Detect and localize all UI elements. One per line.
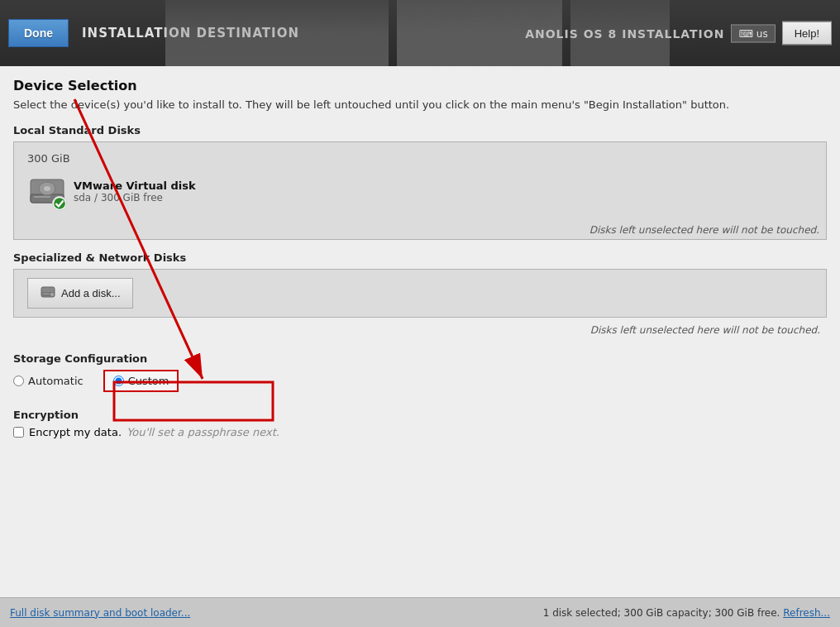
encrypt-checkbox[interactable]: [13, 427, 24, 438]
storage-radio-group: Automatic Custom: [13, 370, 827, 392]
disk-icon: [27, 171, 67, 211]
footer: Full disk summary and boot loader... 1 d…: [0, 597, 840, 627]
disk-path: sda / 300 GiB free: [74, 192, 196, 203]
language-badge[interactable]: ⌨ us: [731, 24, 775, 42]
local-disks-hint: Disks left unselected here will not be t…: [14, 221, 826, 239]
refresh-link[interactable]: Refresh...: [783, 607, 830, 619]
svg-rect-10: [43, 294, 50, 295]
disk-size: 300 GiB: [27, 152, 70, 165]
main-content: Device Selection Select the device(s) yo…: [0, 66, 840, 597]
add-disk-icon: [40, 284, 56, 303]
disk-name: VMware Virtual disk: [74, 179, 196, 192]
automatic-radio[interactable]: [13, 376, 24, 386]
local-disks-panel: 300 GiB: [13, 141, 827, 240]
disk-item[interactable]: 300 GiB: [14, 142, 826, 221]
svg-point-6: [54, 198, 65, 209]
selected-checkmark: [52, 196, 67, 211]
local-disks-label: Local Standard Disks: [13, 124, 827, 136]
encrypt-checkbox-row: Encrypt my data. You'll set a passphrase…: [13, 426, 827, 438]
header-right: ANOLIS OS 8 INSTALLATION ⌨ us Help!: [525, 22, 832, 45]
custom-option[interactable]: Custom: [103, 370, 179, 392]
encryption-label: Encryption: [13, 409, 827, 421]
automatic-option[interactable]: Automatic: [13, 375, 84, 387]
encrypt-label: Encrypt my data.: [29, 426, 122, 438]
specialized-hint: Disks left unselected here will not be t…: [13, 321, 827, 339]
header: Done INSTALLATION DESTINATION ANOLIS OS …: [0, 0, 840, 66]
disk-icon-row: VMware Virtual disk sda / 300 GiB free: [27, 171, 196, 211]
footer-status-text: 1 disk selected; 300 GiB capacity; 300 G…: [543, 607, 780, 619]
page-subtitle: Select the device(s) you'd like to insta…: [13, 98, 827, 111]
automatic-label: Automatic: [28, 375, 84, 387]
app-title: ANOLIS OS 8 INSTALLATION: [525, 26, 724, 40]
custom-label: Custom: [128, 375, 169, 387]
specialized-label: Specialized & Network Disks: [13, 251, 827, 264]
svg-point-9: [50, 293, 54, 296]
page-title: Device Selection: [13, 78, 827, 93]
lang-label: us: [756, 27, 768, 39]
keyboard-icon: ⌨: [738, 27, 752, 39]
add-disk-button[interactable]: Add a disk...: [27, 278, 133, 309]
storage-config-label: Storage Configuration: [13, 352, 827, 365]
help-button[interactable]: Help!: [782, 22, 832, 45]
storage-configuration: Storage Configuration Automatic Custom: [13, 352, 827, 392]
svg-rect-3: [34, 196, 50, 198]
svg-point-5: [44, 186, 50, 191]
disk-details: VMware Virtual disk sda / 300 GiB free: [74, 179, 196, 203]
add-disk-label: Add a disk...: [61, 287, 121, 299]
encryption-section: Encryption Encrypt my data. You'll set a…: [13, 409, 827, 438]
specialized-panel: Add a disk...: [13, 269, 827, 318]
full-disk-summary-link[interactable]: Full disk summary and boot loader...: [10, 607, 190, 619]
encrypt-hint: You'll set a passphrase next.: [126, 426, 279, 438]
footer-status: 1 disk selected; 300 GiB capacity; 300 G…: [543, 607, 830, 619]
done-button[interactable]: Done: [8, 19, 69, 47]
custom-radio[interactable]: [113, 376, 124, 386]
